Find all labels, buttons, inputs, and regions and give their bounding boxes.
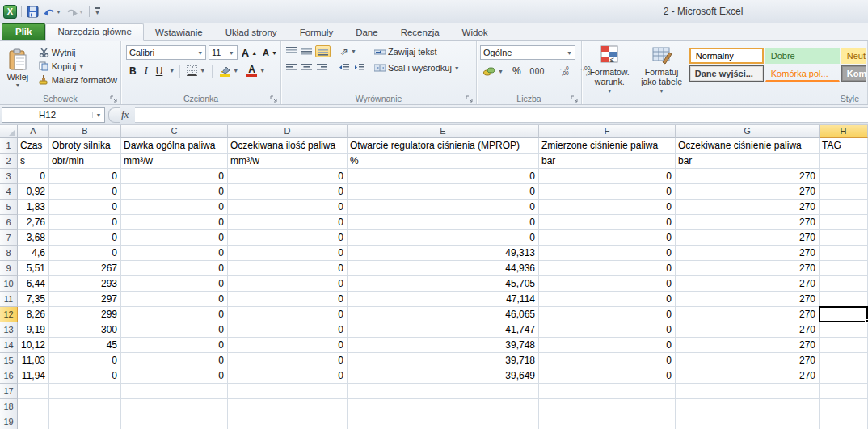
cell-D14[interactable]: 0 xyxy=(228,338,348,353)
cell-E10[interactable]: 45,705 xyxy=(348,276,539,292)
cell-B19[interactable] xyxy=(49,414,121,429)
column-header-E[interactable]: E xyxy=(348,125,539,138)
cell-H13[interactable] xyxy=(820,322,868,338)
cell-C12[interactable]: 0 xyxy=(121,307,228,322)
conditional-formatting-button[interactable]: ≤ Formatow. warunk. ▼ xyxy=(585,44,634,93)
cell-G9[interactable]: 270 xyxy=(676,261,820,276)
format-painter-button[interactable]: Malarz formatów xyxy=(37,74,119,86)
cell-A11[interactable]: 7,35 xyxy=(18,292,49,307)
cell-H9[interactable] xyxy=(820,261,868,276)
cell-A4[interactable]: 0,92 xyxy=(18,184,49,200)
cell-A13[interactable]: 9,19 xyxy=(18,322,49,338)
cell-H3[interactable] xyxy=(820,169,868,184)
column-header-A[interactable]: A xyxy=(18,125,49,138)
cell-C16[interactable]: 0 xyxy=(121,368,228,384)
cell-A5[interactable]: 1,83 xyxy=(18,200,49,215)
cell-G14[interactable]: 270 xyxy=(676,338,820,353)
column-header-G[interactable]: G xyxy=(676,125,820,138)
cell-G8[interactable]: 270 xyxy=(676,246,820,261)
cell-C4[interactable]: 0 xyxy=(121,184,228,200)
undo-button[interactable]: ▼ xyxy=(42,4,62,19)
cell-G5[interactable]: 270 xyxy=(676,200,820,215)
cell-E15[interactable]: 39,718 xyxy=(348,353,539,368)
row-header-6[interactable]: 6 xyxy=(0,215,18,230)
tab-recenzja[interactable]: Recenzja xyxy=(390,25,451,40)
cell-H2[interactable] xyxy=(820,154,868,169)
font-size-select[interactable]: 11 ▼ xyxy=(209,45,238,60)
cell-E1[interactable]: Otwarcie regulatora ciśnienia (MPROP) xyxy=(348,138,539,154)
cell-A6[interactable]: 2,76 xyxy=(18,215,49,230)
row-header-3[interactable]: 3 xyxy=(0,169,18,184)
cell-F9[interactable]: 0 xyxy=(539,261,676,276)
cell-D13[interactable]: 0 xyxy=(228,322,348,338)
cell-F6[interactable]: 0 xyxy=(539,215,676,230)
number-format-select[interactable]: Ogólne ▼ xyxy=(480,45,575,60)
cell-C13[interactable]: 0 xyxy=(121,322,228,338)
cell-G10[interactable]: 270 xyxy=(676,276,820,292)
comma-style-button[interactable]: 000 xyxy=(529,66,546,77)
cell-F2[interactable]: bar xyxy=(539,154,676,169)
cell-D5[interactable]: 0 xyxy=(228,200,348,215)
excel-logo-icon[interactable]: X xyxy=(3,5,17,19)
cell-E19[interactable] xyxy=(348,414,539,429)
name-box[interactable]: H12 ▼ xyxy=(2,107,105,123)
cell-A16[interactable]: 11,94 xyxy=(18,368,49,384)
tab-dane[interactable]: Dane xyxy=(344,25,390,40)
cell-C3[interactable]: 0 xyxy=(121,169,228,184)
cell-E3[interactable]: 0 xyxy=(348,169,539,184)
cell-B14[interactable]: 45 xyxy=(49,338,121,353)
cell-F14[interactable]: 0 xyxy=(539,338,676,353)
cell-F19[interactable] xyxy=(539,414,676,429)
insert-function-button[interactable]: fx xyxy=(120,108,135,121)
cell-B6[interactable]: 0 xyxy=(49,215,121,230)
row-header-9[interactable]: 9 xyxy=(0,261,18,276)
cell-style-komorka-zaznaczenia[interactable]: Komórka zaz... xyxy=(841,65,866,82)
cell-E13[interactable]: 41,747 xyxy=(348,322,539,338)
accounting-format-button[interactable]: ▼ xyxy=(482,65,505,77)
cell-D3[interactable]: 0 xyxy=(228,169,348,184)
cell-F13[interactable]: 0 xyxy=(539,322,676,338)
cell-D10[interactable]: 0 xyxy=(228,276,348,292)
cell-D18[interactable] xyxy=(228,399,348,414)
cell-H18[interactable] xyxy=(820,399,868,414)
cell-B1[interactable]: Obroty silnika xyxy=(49,138,121,154)
cell-D12[interactable]: 0 xyxy=(228,307,348,322)
cell-F16[interactable]: 0 xyxy=(539,368,676,384)
cell-C6[interactable]: 0 xyxy=(121,215,228,230)
spreadsheet-grid[interactable]: ABCDEFGH1CzasObroty silnikaDawka ogólna … xyxy=(0,125,868,429)
cell-H4[interactable] xyxy=(820,184,868,200)
cell-B4[interactable]: 0 xyxy=(49,184,121,200)
cell-F10[interactable]: 0 xyxy=(539,276,676,292)
align-right-button[interactable] xyxy=(315,62,329,73)
cell-H14[interactable] xyxy=(820,338,868,353)
cell-E2[interactable]: % xyxy=(348,154,539,169)
cell-D16[interactable]: 0 xyxy=(228,368,348,384)
cell-D9[interactable]: 0 xyxy=(228,261,348,276)
align-left-button[interactable] xyxy=(284,62,298,73)
clipboard-dialog-launcher-icon[interactable] xyxy=(110,95,118,103)
wrap-text-button[interactable]: Zawijaj tekst xyxy=(373,46,461,57)
cell-E12[interactable]: 46,065 xyxy=(348,307,539,322)
select-all-corner[interactable] xyxy=(0,125,18,138)
cell-F3[interactable]: 0 xyxy=(539,169,676,184)
cell-B15[interactable]: 0 xyxy=(49,353,121,368)
cell-C5[interactable]: 0 xyxy=(121,200,228,215)
cell-G16[interactable]: 270 xyxy=(676,368,820,384)
cell-D17[interactable] xyxy=(228,384,348,399)
cell-B13[interactable]: 300 xyxy=(49,322,121,338)
cell-A17[interactable] xyxy=(18,384,49,399)
row-header-4[interactable]: 4 xyxy=(0,184,18,200)
cut-button[interactable]: Wytnij xyxy=(37,47,119,58)
cell-B18[interactable] xyxy=(49,399,121,414)
cell-G18[interactable] xyxy=(676,399,820,414)
cell-E14[interactable]: 39,748 xyxy=(348,338,539,353)
cell-A12[interactable]: 8,26 xyxy=(18,307,49,322)
number-dialog-launcher-icon[interactable] xyxy=(571,95,579,103)
cell-H1[interactable]: TAG xyxy=(820,138,868,154)
cell-G17[interactable] xyxy=(676,384,820,399)
cell-A10[interactable]: 6,44 xyxy=(18,276,49,292)
name-box-caret-icon[interactable]: ▼ xyxy=(92,112,104,118)
font-name-select[interactable]: Calibri ▼ xyxy=(126,45,206,60)
cell-E4[interactable]: 0 xyxy=(348,184,539,200)
row-header-7[interactable]: 7 xyxy=(0,230,18,246)
